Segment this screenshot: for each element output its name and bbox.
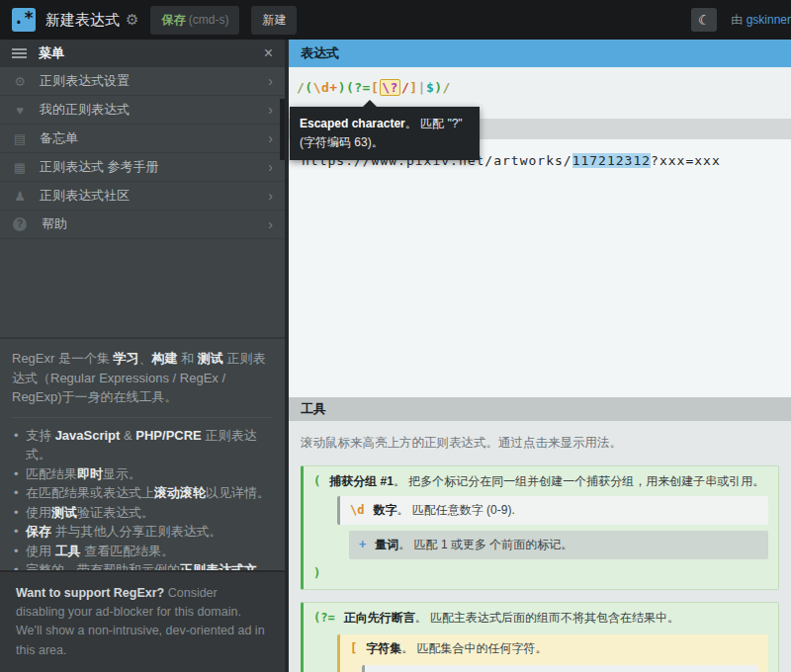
community-icon: ♟ — [11, 189, 29, 204]
chevron-right-icon: › — [268, 159, 273, 175]
token-tooltip: Escaped character。 匹配 "?" (字符编码 63)。 — [290, 107, 480, 160]
sidebar-item-help[interactable]: ? 帮助 › — [0, 210, 285, 239]
token-group-open: ( — [313, 474, 320, 488]
sidebar-item-my-patterns[interactable]: ♥ 我的正则表达式 › — [0, 96, 285, 125]
explain-row-charset[interactable]: [字符集。 匹配集合中的任何字符。 \?Escaped character。 匹… — [337, 634, 768, 672]
list-item: 保存 并与其他人分享正则表达式。 — [12, 522, 273, 542]
app-description: RegExr 是一个集 学习、构建 和 测试 正则表达式（Regular Exp… — [0, 337, 285, 415]
explain-row-escaped-char[interactable]: \?Escaped character。 匹配 "?" (字符编码 63)。 — [362, 665, 758, 672]
token-lookahead-open: (?= — [313, 611, 335, 625]
chevron-right-icon: › — [268, 73, 273, 89]
explain-row-lookahead[interactable]: (?=正向先行断言。 匹配主表达式后面的组而不将其包含在结果中。 — [313, 610, 768, 627]
top-bar: .* 新建表达式 ⚙ 保存 (cmd-s) 新建 ☾ 由 gskinner — [0, 0, 791, 40]
sidebar-item-cheatsheet[interactable]: ▤ 备忘单 › — [0, 125, 285, 153]
tools-header-label: 工具 — [301, 400, 326, 418]
tooltip-arrow — [363, 100, 377, 107]
pattern-settings-gear-icon[interactable]: ⚙ — [126, 11, 138, 29]
sidebar-item-reference[interactable]: ▦ 正则表达式 参考手册 › — [0, 153, 285, 182]
list-item: 使用 工具 查看匹配结果。 — [12, 542, 273, 561]
sidebar-item-community[interactable]: ♟ 正则表达式社区 › — [0, 182, 285, 210]
tooltip-text: Escaped character。 匹配 "?" (字符编码 63)。 — [300, 117, 463, 149]
explain-group-2[interactable]: (?=正向先行断言。 匹配主表达式后面的组而不将其包含在结果中。 [字符集。 匹… — [301, 602, 779, 672]
list-item: 匹配结果即时显示。 — [12, 464, 273, 484]
list-item: 支持 JavaScript & PHP/PCRE 正则表达式。 — [12, 426, 273, 464]
expression-header-label: 表达式 — [301, 44, 339, 62]
text-after-match: ?xxx=xxx — [651, 153, 721, 168]
explain-panel: 滚动鼠标来高亮上方的正则表达式。通过点击来显示用法。 (捕获分组 #1。 把多个… — [289, 421, 791, 672]
menu-header: 菜单 × — [0, 40, 285, 67]
sidebar-item-settings[interactable]: ⚙ 正则表达式设置 › — [0, 67, 285, 96]
expression-section-header: 表达式 — [289, 40, 791, 67]
explain-hint: 滚动鼠标来高亮上方的正则表达式。通过点击来显示用法。 — [301, 435, 779, 452]
chevron-right-icon: › — [268, 216, 273, 232]
regexr-logo: .* — [12, 8, 36, 32]
gskinner-link[interactable]: gskinner — [747, 13, 791, 27]
save-shortcut: (cmd-s) — [185, 13, 228, 27]
explain-group-1[interactable]: (捕获分组 #1。 把多个标记分在同一组并创建一个捕获分组，用来创建子串或引用。… — [301, 465, 779, 590]
token-digit: \d — [350, 503, 364, 517]
test-text-editor[interactable]: https://www.pixiv.net/artworks/117212312… — [289, 139, 791, 397]
explain-row-group-open[interactable]: (捕获分组 #1。 把多个标记分在同一组并创建一个捕获分组，用来创建子串或引用。 — [313, 473, 768, 490]
pattern-title[interactable]: 新建表达式 — [45, 11, 120, 30]
save-label: 保存 — [161, 13, 185, 27]
expression-value[interactable]: /(\d+)(?=[\?/]|$)/ — [297, 80, 451, 95]
sidebar: 菜单 × ⚙ 正则表达式设置 › ♥ 我的正则表达式 › ▤ 备忘单 › ▦ 正… — [0, 40, 285, 672]
moon-icon: ☾ — [698, 12, 711, 28]
chevron-right-icon: › — [268, 188, 273, 204]
chevron-right-icon: › — [268, 130, 273, 146]
list-item: 在匹配结果或表达式上滚动滚轮以见详情。 — [12, 483, 273, 503]
menu-list-icon — [12, 46, 27, 60]
reference-icon: ▦ — [11, 160, 29, 175]
save-button[interactable]: 保存 (cmd-s) — [150, 6, 239, 35]
new-button[interactable]: 新建 — [251, 6, 297, 35]
match-highlight: 117212312 — [572, 153, 651, 168]
heart-icon: ♥ — [11, 103, 29, 118]
explain-row-quantifier[interactable]: +量词。 匹配 1 或更多 个前面的标记。 — [349, 531, 768, 559]
ad-blocker-notice: Want to support RegExr? Consider disabli… — [0, 570, 285, 672]
dark-mode-toggle[interactable]: ☾ — [691, 8, 717, 32]
token-group-close: ) — [313, 566, 320, 580]
explain-row-group-close[interactable]: ) — [313, 565, 768, 582]
chevron-right-icon: › — [268, 102, 273, 118]
list-item: 使用测试验证表达式。 — [12, 503, 273, 523]
token-plus: + — [359, 538, 366, 551]
help-icon: ? — [13, 217, 27, 231]
explain-row-digit[interactable]: \d数字。 匹配任意数字 (0-9). — [337, 496, 768, 525]
cheatsheet-icon: ▤ — [11, 131, 29, 146]
byline: 由 gskinner — [731, 12, 791, 29]
token-charset-open: [ — [350, 641, 357, 655]
menu-title: 菜单 — [39, 44, 264, 62]
close-icon[interactable]: × — [264, 44, 273, 62]
gear-icon: ⚙ — [11, 74, 29, 89]
sidebar-spacer — [0, 239, 285, 337]
tools-section-header: 工具 — [289, 397, 791, 421]
